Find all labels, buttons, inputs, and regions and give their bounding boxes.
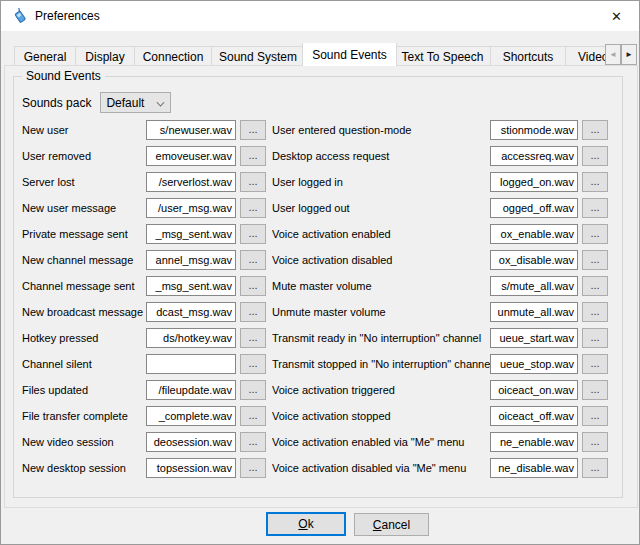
sound-file-input[interactable]: /serverlost.wav xyxy=(146,172,236,192)
teamtalk-app-icon xyxy=(12,8,28,24)
tab-sound-system[interactable]: Sound System xyxy=(211,46,305,66)
sound-file-input[interactable]: ueue_start.wav xyxy=(490,328,578,348)
browse-button[interactable]: ... xyxy=(582,120,608,140)
sounds-pack-select[interactable]: Default xyxy=(100,92,171,113)
sound-file-input[interactable]: ox_enable.wav xyxy=(490,224,578,244)
browse-button[interactable]: ... xyxy=(582,224,608,244)
sound-file-input[interactable]: oiceact_on.wav xyxy=(490,380,578,400)
sound-file-input[interactable]: deosession.wav xyxy=(146,432,236,452)
sound-file-input[interactable]: accessreq.wav xyxy=(490,146,578,166)
tab-sound-events[interactable]: Sound Events xyxy=(302,43,397,66)
browse-button[interactable]: ... xyxy=(582,458,608,478)
event-row-channel-message-sent: Channel message sent _msg_sent.wav ... xyxy=(22,273,268,299)
sound-file-input[interactable]: ueue_stop.wav xyxy=(490,354,578,374)
event-label: User logged in xyxy=(272,176,490,188)
sound-file-input[interactable]: unmute_all.wav xyxy=(490,302,578,322)
sound-file-input[interactable]: annel_msg.wav xyxy=(146,250,236,270)
sound-file-input[interactable]: /user_msg.wav xyxy=(146,198,236,218)
browse-button[interactable]: ... xyxy=(582,172,608,192)
browse-button[interactable]: ... xyxy=(240,432,266,452)
arrow-right-icon: ► xyxy=(625,50,633,59)
event-row-files-updated: Files updated /fileupdate.wav ... xyxy=(22,377,268,403)
sound-file-input[interactable]: logged_on.wav xyxy=(490,172,578,192)
browse-button[interactable]: ... xyxy=(240,354,266,374)
sounds-pack-row: Sounds pack Default xyxy=(22,92,171,113)
sound-file-input[interactable]: _msg_sent.wav xyxy=(146,224,236,244)
browse-button[interactable]: ... xyxy=(582,380,608,400)
browse-button[interactable]: ... xyxy=(582,302,608,322)
sound-file-input[interactable]: ne_disable.wav xyxy=(490,458,578,478)
browse-button[interactable]: ... xyxy=(582,276,608,296)
sound-file-input[interactable]: emoveuser.wav xyxy=(146,146,236,166)
browse-button[interactable]: ... xyxy=(582,328,608,348)
close-button[interactable]: ✕ xyxy=(594,1,639,31)
tab-shortcuts[interactable]: Shortcuts xyxy=(490,46,566,66)
sound-file-input[interactable]: /fileupdate.wav xyxy=(146,380,236,400)
sound-file-input[interactable]: s/mute_all.wav xyxy=(490,276,578,296)
browse-button[interactable]: ... xyxy=(240,276,266,296)
event-row-unmute-master-volume: Unmute master volume unmute_all.wav ... xyxy=(272,299,612,325)
browse-button[interactable]: ... xyxy=(240,120,266,140)
event-label: File transfer complete xyxy=(22,410,146,422)
browse-button[interactable]: ... xyxy=(240,406,266,426)
sound-file-input[interactable]: topsession.wav xyxy=(146,458,236,478)
event-row-transmit-stopped: Transmit stopped in "No interruption" ch… xyxy=(272,351,612,377)
tab-general[interactable]: General xyxy=(14,46,76,66)
tab-scroll-left-button[interactable]: ◄ xyxy=(605,44,621,65)
cancel-button[interactable]: Cancel xyxy=(354,513,429,536)
event-row-new-video-session: New video session deosession.wav ... xyxy=(22,429,268,455)
sounds-pack-label: Sounds pack xyxy=(22,96,91,110)
event-label: Voice activation stopped xyxy=(272,410,490,422)
tab-scroll-right-button[interactable]: ► xyxy=(621,44,637,65)
browse-button[interactable]: ... xyxy=(240,146,266,166)
event-label: Hotkey pressed xyxy=(22,332,146,344)
sound-file-input[interactable]: stionmode.wav xyxy=(490,120,578,140)
sound-file-input[interactable]: s/newuser.wav xyxy=(146,120,236,140)
event-row-voiceact-enabled-me-menu: Voice activation enabled via "Me" menu n… xyxy=(272,429,612,455)
event-label: Voice activation enabled via "Me" menu xyxy=(272,436,490,448)
browse-button[interactable]: ... xyxy=(240,198,266,218)
tab-display[interactable]: Display xyxy=(75,46,135,66)
groupbox-title: Sound Events xyxy=(22,69,105,83)
browse-button[interactable]: ... xyxy=(240,380,266,400)
tab-connection[interactable]: Connection xyxy=(134,46,212,66)
event-label: New user message xyxy=(22,202,146,214)
event-label: New user xyxy=(22,124,146,136)
sound-file-input[interactable]: dcast_msg.wav xyxy=(146,302,236,322)
sound-file-input[interactable]: ne_enable.wav xyxy=(490,432,578,452)
window-title: Preferences xyxy=(35,9,100,23)
chevron-down-icon xyxy=(157,99,164,106)
browse-button[interactable]: ... xyxy=(240,172,266,192)
sound-file-input[interactable]: ogged_off.wav xyxy=(490,198,578,218)
ok-button[interactable]: Ok xyxy=(266,512,346,536)
event-label: New broadcast message xyxy=(22,306,146,318)
event-label: New channel message xyxy=(22,254,146,266)
event-label: Files updated xyxy=(22,384,146,396)
sound-file-input[interactable]: ds/hotkey.wav xyxy=(146,328,236,348)
browse-button[interactable]: ... xyxy=(240,224,266,244)
browse-button[interactable]: ... xyxy=(582,432,608,452)
event-row-hotkey-pressed: Hotkey pressed ds/hotkey.wav ... xyxy=(22,325,268,351)
browse-button[interactable]: ... xyxy=(240,328,266,348)
browse-button[interactable]: ... xyxy=(582,250,608,270)
event-row-transmit-ready: Transmit ready in "No interruption" chan… xyxy=(272,325,612,351)
browse-button[interactable]: ... xyxy=(582,198,608,218)
browse-button[interactable]: ... xyxy=(582,146,608,166)
sound-file-input[interactable]: ox_disable.wav xyxy=(490,250,578,270)
sound-file-input[interactable]: _complete.wav xyxy=(146,406,236,426)
browse-button[interactable]: ... xyxy=(582,354,608,374)
browse-button[interactable]: ... xyxy=(240,250,266,270)
browse-button[interactable]: ... xyxy=(240,458,266,478)
sound-file-input[interactable] xyxy=(146,354,236,374)
sound-events-groupbox: Sound Events Sounds pack Default New use… xyxy=(13,76,623,498)
sound-file-input[interactable]: oiceact_off.wav xyxy=(490,406,578,426)
event-label: Transmit ready in "No interruption" chan… xyxy=(272,332,490,344)
browse-button[interactable]: ... xyxy=(582,406,608,426)
arrow-left-icon: ◄ xyxy=(609,50,617,59)
event-row-user-removed: User removed emoveuser.wav ... xyxy=(22,143,268,169)
event-row-voiceact-disabled-me-menu: Voice activation disabled via "Me" menu … xyxy=(272,455,612,481)
sound-file-input[interactable]: _msg_sent.wav xyxy=(146,276,236,296)
browse-button[interactable]: ... xyxy=(240,302,266,322)
tab-text-to-speech[interactable]: Text To Speech xyxy=(394,46,491,66)
title-bar[interactable]: Preferences ✕ xyxy=(1,1,639,31)
